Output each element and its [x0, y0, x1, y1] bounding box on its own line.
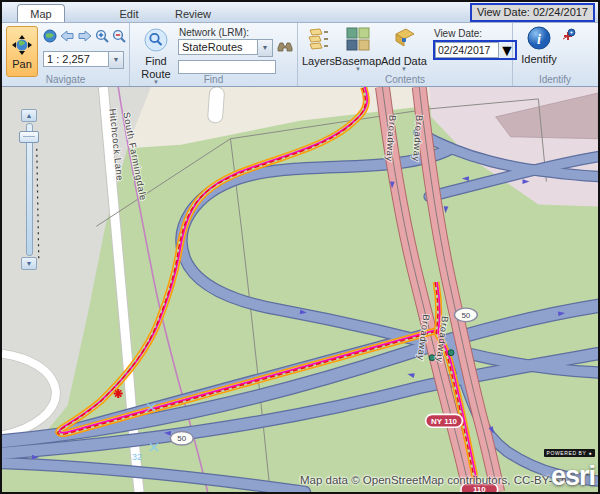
esri-logo: POWERED BY ● esri [544, 449, 595, 490]
view-date-input[interactable] [435, 42, 499, 58]
basemap-button[interactable]: Basemap ▼ [335, 26, 381, 73]
identify-info-icon: i [527, 26, 551, 52]
svg-text:50: 50 [177, 434, 186, 443]
view-date-highlight-box: ▼ [433, 40, 517, 60]
find-route-button[interactable]: Find Route ▼ [134, 26, 178, 73]
zoom-out-icon[interactable] [112, 29, 127, 48]
map-scale-combobox[interactable]: 1 : 2,257 [43, 51, 109, 67]
full-extent-globe-icon[interactable] [43, 29, 57, 47]
identify-group-label: Identify [513, 74, 597, 85]
tab-map[interactable]: Map [17, 4, 65, 22]
ny110-shield: NY 110 [426, 414, 463, 427]
esri-wordmark: esri [544, 463, 595, 490]
identify-route-location-icon[interactable] [561, 28, 577, 73]
powered-by-label: POWERED BY ● [544, 449, 595, 457]
view-date-field-label: View Date: [434, 28, 517, 39]
view-date-status-badge: View Date: 02/24/2017 [470, 3, 595, 22]
next-extent-icon[interactable] [77, 29, 93, 47]
group-find: Find Route ▼ Network (LRM): StateRoutes … [130, 23, 298, 86]
map-viewport[interactable]: 32 50 50 NY 110 110 Hitchcock Lane So [2, 87, 598, 492]
layers-button[interactable]: Layers [302, 26, 335, 73]
tab-review[interactable]: Review [161, 5, 225, 22]
zoom-slider-handle[interactable] [19, 131, 39, 143]
calibration-point-marker [429, 355, 435, 361]
basemap-dropdown-caret: ▼ [355, 67, 361, 72]
add-data-icon [390, 26, 418, 54]
previous-extent-icon[interactable] [59, 29, 75, 47]
network-combobox[interactable]: StateRoutes [178, 39, 258, 55]
calibration-point-marker [448, 350, 454, 356]
layers-label: Layers [302, 55, 335, 67]
route-shield-50-left: 50 [170, 431, 193, 445]
add-data-button[interactable]: Add Data ▼ [381, 26, 427, 73]
basemap-icon [345, 26, 371, 54]
add-data-dropdown-caret: ▼ [401, 67, 407, 72]
svg-text:110: 110 [473, 485, 486, 492]
ribbon-tab-bar: Map Edit Review View Date: 02/24/2017 [2, 2, 598, 23]
network-lrm-label: Network (LRM): [179, 27, 293, 38]
contents-group-label: Contents [298, 74, 512, 85]
svg-text:i: i [537, 32, 541, 47]
map-attribution: Map data © OpenStreetMap contributors, C… [300, 474, 568, 486]
find-group-label: Find [130, 74, 297, 85]
binoculars-search-icon[interactable] [277, 39, 293, 57]
red-start-marker [114, 389, 123, 398]
map-canvas: 32 50 50 NY 110 110 Hitchcock Lane So [2, 87, 598, 492]
svg-text:NY 110: NY 110 [431, 417, 457, 426]
pan-button[interactable]: Pan [6, 26, 38, 77]
pan-globe-icon [11, 34, 33, 56]
navigate-group-label: Navigate [2, 74, 129, 85]
zoom-out-slider-button[interactable]: ▼ [21, 257, 37, 270]
tab-edit[interactable]: Edit [97, 5, 161, 22]
route-shield-50-right: 50 [454, 308, 477, 322]
pan-label: Pan [12, 58, 32, 70]
identify-label: Identify [521, 53, 556, 65]
group-contents: Layers Basemap ▼ [298, 23, 513, 86]
map-scale-dropdown-arrow[interactable]: ▼ [109, 51, 124, 69]
route-search-input[interactable] [178, 60, 276, 74]
group-identify: i Identify Identify [513, 23, 597, 86]
find-route-label-line1: Find [145, 55, 166, 67]
zoom-in-slider-button[interactable]: ▲ [21, 109, 37, 122]
identify-button[interactable]: i Identify [517, 26, 561, 73]
svg-text:50: 50 [461, 311, 470, 320]
group-navigate: Pan 1 : 2,257 ▼ Navigate [2, 23, 130, 86]
find-route-magnifier-icon [144, 28, 168, 54]
zoom-in-icon[interactable] [95, 29, 110, 48]
app-window: Map Edit Review View Date: 02/24/2017 [0, 0, 600, 494]
layers-icon [306, 26, 332, 54]
ribbon-toolbar: Pan 1 : 2,257 ▼ Navigate [2, 23, 598, 87]
exit-number-label: 32 [132, 452, 142, 462]
network-dropdown-arrow[interactable]: ▼ [258, 39, 273, 57]
